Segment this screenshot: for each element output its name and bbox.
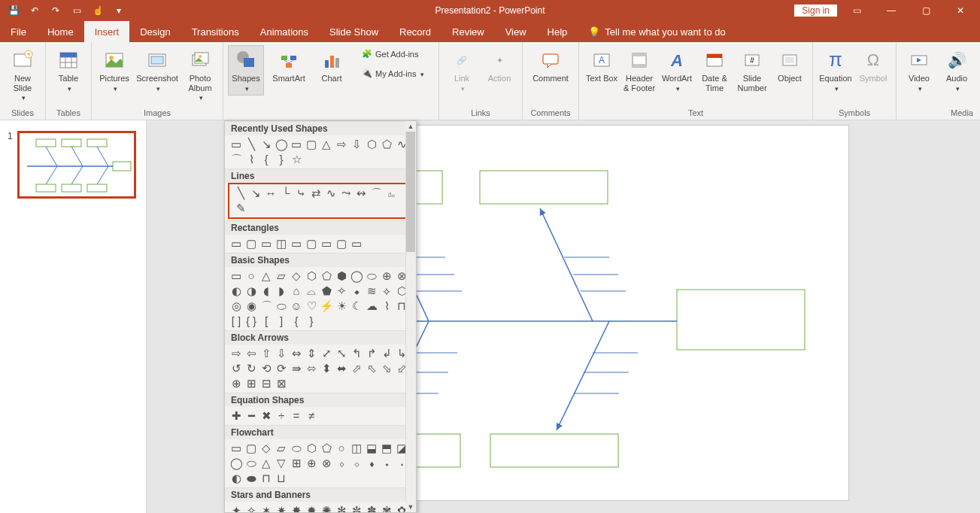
wordart-button[interactable]: AWordArt bbox=[659, 45, 695, 96]
maximize-icon[interactable]: ▢ bbox=[911, 0, 941, 21]
fc[interactable]: ◐ bbox=[229, 471, 243, 484]
eq-mult[interactable]: ✖ bbox=[259, 408, 273, 422]
redo-icon[interactable]: ↷ bbox=[47, 2, 65, 20]
st[interactable]: ✧ bbox=[244, 503, 258, 513]
st[interactable]: ✷ bbox=[275, 503, 288, 513]
rect-4[interactable]: ◫ bbox=[275, 236, 288, 250]
ba[interactable]: ⊞ bbox=[244, 376, 258, 390]
qat-more-icon[interactable]: ▾ bbox=[110, 2, 128, 20]
ba[interactable]: ⤢ bbox=[320, 346, 333, 360]
fc[interactable]: ▢ bbox=[244, 441, 258, 454]
tab-home[interactable]: Home bbox=[37, 21, 84, 42]
scroll-down-arrow[interactable]: ▼ bbox=[405, 502, 416, 512]
bs[interactable]: ⌓ bbox=[305, 284, 318, 297]
tab-insert[interactable]: Insert bbox=[84, 21, 130, 42]
st[interactable]: ✼ bbox=[350, 503, 363, 513]
bs[interactable]: ⌇ bbox=[380, 299, 393, 312]
cause-box-top-right[interactable] bbox=[480, 171, 608, 204]
eq-div[interactable]: ÷ bbox=[275, 408, 288, 422]
fc[interactable]: △ bbox=[259, 456, 273, 469]
fc[interactable]: ⬒ bbox=[380, 441, 393, 454]
line-curve-double[interactable]: ↭ bbox=[354, 186, 368, 199]
bs[interactable]: ≋ bbox=[365, 284, 378, 297]
st[interactable]: ✾ bbox=[380, 503, 393, 513]
fc[interactable]: ⬭ bbox=[244, 456, 258, 469]
fc[interactable]: ▭ bbox=[229, 441, 243, 454]
shape-textbox[interactable]: ▭ bbox=[229, 137, 243, 150]
shape-rect[interactable]: ▭ bbox=[290, 137, 303, 150]
ba[interactable]: ⬄ bbox=[305, 361, 318, 375]
video-button[interactable]: Video bbox=[901, 45, 937, 96]
shape-rbrace[interactable]: } bbox=[275, 152, 288, 165]
textbox-button[interactable]: AText Box bbox=[584, 45, 620, 87]
fc[interactable]: ⬬ bbox=[244, 471, 258, 484]
line-straight[interactable]: ╲ bbox=[234, 186, 247, 199]
ba[interactable]: ⇧ bbox=[259, 346, 273, 360]
ba[interactable]: ↰ bbox=[350, 346, 363, 360]
fc[interactable]: ⬭ bbox=[290, 441, 303, 454]
bs[interactable]: ⬢ bbox=[335, 269, 348, 282]
ba[interactable]: ⬀ bbox=[350, 361, 363, 375]
fc[interactable]: ⬦ bbox=[350, 456, 363, 469]
audio-button[interactable]: 🔊Audio bbox=[939, 45, 975, 96]
fc[interactable]: ⊞ bbox=[290, 456, 303, 469]
slide-thumbnail-1[interactable] bbox=[17, 131, 136, 199]
bs[interactable]: ⬭ bbox=[275, 299, 288, 312]
fc[interactable]: ○ bbox=[335, 441, 348, 454]
st[interactable]: ✺ bbox=[320, 503, 333, 513]
bs[interactable]: ⬡ bbox=[305, 269, 318, 282]
cause-box-bottom-right[interactable] bbox=[490, 434, 618, 467]
my-addins-button[interactable]: 🔌My Add-ins bbox=[359, 68, 434, 79]
tab-review[interactable]: Review bbox=[441, 21, 495, 42]
bone-bottom-right[interactable] bbox=[557, 321, 609, 430]
rect-6[interactable]: ▢ bbox=[305, 236, 318, 250]
st[interactable]: ✽ bbox=[365, 503, 378, 513]
ba[interactable]: ⬌ bbox=[335, 361, 348, 375]
bs[interactable]: { } bbox=[244, 314, 258, 327]
pictures-button[interactable]: Pictures bbox=[96, 45, 132, 96]
st[interactable]: ✸ bbox=[290, 503, 303, 513]
st[interactable]: ✹ bbox=[305, 503, 318, 513]
bs[interactable]: ⬠ bbox=[320, 269, 333, 282]
photo-album-button[interactable]: Photo Album bbox=[182, 45, 218, 105]
line-curve-arrow[interactable]: ⤳ bbox=[339, 186, 353, 199]
line-elbow[interactable]: └ bbox=[279, 186, 293, 199]
ba[interactable]: ↺ bbox=[229, 361, 243, 375]
eq-plus[interactable]: ✚ bbox=[229, 408, 243, 422]
bs[interactable]: ◑ bbox=[244, 284, 258, 297]
shape-curve[interactable]: ⌒ bbox=[229, 152, 243, 165]
ba[interactable]: ↻ bbox=[244, 361, 258, 375]
shape-oval[interactable]: ◯ bbox=[275, 137, 288, 150]
fc[interactable]: ⬩ bbox=[380, 456, 393, 469]
smartart-button[interactable]: SmartArt bbox=[265, 45, 312, 87]
screenshot-button[interactable]: Screenshot bbox=[134, 45, 181, 96]
fc[interactable]: ⊕ bbox=[305, 456, 318, 469]
bs[interactable]: { bbox=[290, 314, 303, 327]
rect-8[interactable]: ▢ bbox=[335, 236, 348, 250]
line-connector-curved[interactable]: ⌒ bbox=[369, 186, 383, 199]
st[interactable]: ✶ bbox=[259, 503, 273, 513]
fc[interactable]: ⊔ bbox=[275, 471, 288, 484]
slide-number-button[interactable]: #Slide Number bbox=[734, 45, 770, 96]
shape-line[interactable]: ╲ bbox=[244, 137, 258, 150]
bs[interactable]: ◎ bbox=[229, 299, 243, 312]
shape-hexagon[interactable]: ⬡ bbox=[365, 137, 378, 150]
shape-roundrect[interactable]: ▢ bbox=[305, 137, 318, 150]
fc[interactable]: ⊗ bbox=[320, 456, 333, 469]
close-icon[interactable]: ✕ bbox=[945, 0, 975, 21]
ba[interactable]: ⟲ bbox=[259, 361, 273, 375]
tab-help[interactable]: Help bbox=[537, 21, 578, 42]
chart-button[interactable]: Chart bbox=[314, 45, 350, 87]
screen-recording-button[interactable]: Screen Recording bbox=[976, 45, 980, 96]
bs[interactable]: △ bbox=[259, 269, 273, 282]
get-addins-button[interactable]: 🧩Get Add-ins bbox=[359, 48, 434, 59]
bs[interactable]: ▱ bbox=[275, 269, 288, 282]
ba[interactable]: ⊕ bbox=[229, 376, 243, 390]
st[interactable]: ✻ bbox=[335, 503, 348, 513]
effect-box[interactable] bbox=[677, 290, 805, 350]
ba[interactable]: ↱ bbox=[365, 346, 378, 360]
ba[interactable]: ⤡ bbox=[335, 346, 348, 360]
bs[interactable]: ♡ bbox=[305, 299, 318, 312]
fc[interactable]: ⊓ bbox=[259, 471, 273, 484]
rect-1[interactable]: ▭ bbox=[229, 236, 243, 250]
